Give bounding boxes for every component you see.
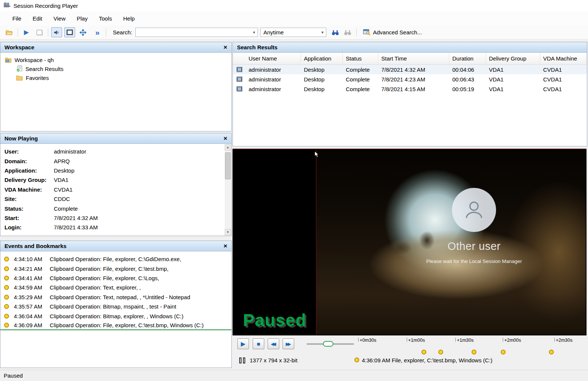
scrollbar-thumb[interactable] bbox=[225, 152, 231, 179]
workspace-panel-header: Workspace × bbox=[0, 42, 231, 53]
open-file-button[interactable] bbox=[4, 27, 15, 37]
sidebar-item-workspace-root[interactable]: Workspace - qh bbox=[0, 55, 231, 64]
table-row[interactable]: administrator Desktop Complete 7/8/2021 … bbox=[233, 74, 587, 84]
search-up-button[interactable] bbox=[342, 27, 353, 37]
workspace-panel-title: Workspace bbox=[4, 44, 34, 50]
time-filter-combobox[interactable]: Anytime ▼ bbox=[260, 28, 326, 37]
event-dot-icon bbox=[4, 323, 9, 328]
cell-vda-machine: CVDA1 bbox=[540, 86, 587, 92]
field-label: VDA Machine: bbox=[4, 186, 54, 193]
event-item[interactable]: 4:34:10 AM Clipboard Operation: File, ex… bbox=[0, 254, 231, 264]
menu-item[interactable]: Help bbox=[118, 13, 141, 24]
play-button[interactable]: ▶ bbox=[21, 27, 32, 37]
menu-item[interactable]: Edit bbox=[27, 13, 48, 24]
slider-handle[interactable] bbox=[323, 341, 333, 347]
timeline-event-dot[interactable] bbox=[438, 350, 443, 354]
timeline-mark: +2m30s bbox=[554, 338, 573, 343]
timeline-event-dot[interactable] bbox=[549, 350, 554, 354]
player-stop-button[interactable]: ■ bbox=[253, 338, 264, 349]
cursor-pointer bbox=[314, 151, 319, 159]
chevron-down-icon[interactable]: ▼ bbox=[251, 28, 258, 37]
audio-toggle-button[interactable] bbox=[51, 27, 62, 37]
event-item[interactable]: 4:35:57 AM Clipboard Operation: Bitmap, … bbox=[0, 302, 231, 311]
menu-item[interactable]: View bbox=[48, 13, 71, 24]
cell-duration: 00:04:06 bbox=[449, 66, 486, 73]
event-item[interactable]: 4:34:59 AM Clipboard Operation: Text, ex… bbox=[0, 283, 231, 292]
cell-application: Desktop bbox=[301, 76, 343, 83]
field-value: APRQ bbox=[54, 158, 231, 164]
column-header[interactable]: Application bbox=[301, 53, 343, 64]
event-dot-icon bbox=[4, 276, 9, 281]
column-header[interactable]: VDA Machine bbox=[540, 53, 587, 64]
timeline-label: +2m30s bbox=[556, 338, 573, 343]
event-text: Clipboard Operation: File, explorer, C:\… bbox=[50, 266, 231, 272]
event-item[interactable]: 4:36:04 AM Clipboard Operation: Bitmap, … bbox=[0, 311, 231, 320]
timeline-event-dot[interactable] bbox=[501, 350, 506, 354]
pan-button[interactable] bbox=[77, 27, 88, 37]
column-header[interactable]: Duration bbox=[449, 53, 486, 64]
workspace-panel: Workspace × Workspace - qh bbox=[0, 42, 232, 131]
other-user-label: Other user bbox=[447, 240, 501, 253]
search-results-panel-title: Search Results bbox=[237, 44, 277, 50]
player-rewind-button[interactable]: ◀◀ bbox=[268, 338, 279, 349]
more-tools-button[interactable]: » bbox=[92, 27, 103, 37]
search-down-button[interactable] bbox=[330, 27, 341, 37]
event-item[interactable]: 4:35:29 AM Clipboard Operation: Text, no… bbox=[0, 292, 231, 302]
cell-start-time: 7/8/2021 4:32 AM bbox=[378, 66, 449, 73]
sidebar-item-favorites[interactable]: Favorites bbox=[0, 73, 231, 82]
border-frame-icon bbox=[67, 30, 73, 35]
scroll-up-button[interactable]: ▲ bbox=[225, 144, 231, 151]
advanced-search-button[interactable]: Advanced Search... bbox=[360, 27, 425, 37]
tick-icon bbox=[503, 338, 503, 342]
player-fast-forward-button[interactable]: ▶▶ bbox=[283, 338, 294, 349]
close-icon[interactable]: × bbox=[224, 44, 227, 50]
table-row[interactable]: administrator Desktop Complete 7/8/2021 … bbox=[233, 65, 587, 74]
cell-delivery-group: VDA1 bbox=[486, 86, 540, 92]
event-item[interactable]: 4:36:09 AM Clipboard Operation: File, ex… bbox=[0, 321, 231, 330]
close-icon[interactable]: × bbox=[224, 135, 227, 142]
field-label: Site: bbox=[4, 196, 54, 202]
event-dot-icon bbox=[4, 304, 9, 309]
current-event-text: 4:36:09 AM File, explorer, C:\test.bmp, … bbox=[362, 357, 492, 363]
player-play-button[interactable]: ▶ bbox=[237, 338, 249, 349]
search-combobox[interactable]: ▼ bbox=[135, 28, 258, 37]
now-playing-field: VDA Machine: CVDA1 bbox=[0, 185, 231, 194]
close-icon[interactable]: × bbox=[224, 243, 227, 249]
frame-toggle-button[interactable] bbox=[64, 27, 75, 37]
cell-application: Desktop bbox=[301, 86, 343, 92]
timeline-event-dot[interactable] bbox=[422, 350, 427, 354]
cell-status: Complete bbox=[343, 66, 378, 73]
column-header[interactable]: Start Time bbox=[378, 53, 449, 64]
timeline[interactable]: +0m30s +1m00s +1m30s +2m00s bbox=[355, 337, 586, 356]
avatar bbox=[452, 188, 496, 232]
field-label: Status: bbox=[4, 205, 54, 212]
snapshot-button[interactable] bbox=[34, 27, 45, 37]
event-item[interactable]: 4:34:41 AM Clipboard Operation: File, ex… bbox=[0, 273, 231, 283]
cell-status: Complete bbox=[343, 86, 378, 92]
table-row[interactable]: administrator Desktop Complete 7/8/2021 … bbox=[233, 84, 587, 94]
sidebar-item-search-results[interactable]: Search Results bbox=[0, 64, 231, 73]
menu-item[interactable]: File bbox=[7, 13, 27, 24]
event-time: 4:35:57 AM bbox=[14, 303, 50, 310]
scrollbar[interactable]: ▲ ▼ bbox=[225, 144, 231, 235]
status-text: Paused bbox=[4, 372, 23, 379]
menu-item[interactable]: Tools bbox=[93, 13, 117, 24]
advanced-search-icon bbox=[363, 29, 370, 35]
menu-item[interactable]: Play bbox=[71, 13, 93, 24]
column-header[interactable]: Delivery Group bbox=[486, 53, 540, 64]
timeline-event-dot[interactable] bbox=[472, 350, 477, 354]
timeline-label: +1m30s bbox=[457, 338, 474, 343]
chevron-down-icon[interactable]: ▼ bbox=[319, 28, 326, 37]
event-text: Clipboard Operation: Bitmap, mspaint, , … bbox=[50, 303, 231, 310]
event-text: Clipboard Operation: File, explorer, C:\… bbox=[50, 256, 231, 262]
event-time: 4:36:04 AM bbox=[14, 313, 50, 319]
speed-slider[interactable] bbox=[307, 343, 354, 345]
time-filter-value: Anytime bbox=[261, 29, 319, 35]
column-header[interactable]: User Name bbox=[246, 53, 301, 64]
column-header[interactable]: Status bbox=[343, 53, 378, 64]
search-input[interactable] bbox=[136, 28, 251, 37]
event-text: Clipboard Operation: Text, explorer, , bbox=[50, 284, 231, 291]
scroll-down-button[interactable]: ▼ bbox=[225, 229, 231, 235]
event-time: 4:36:09 AM bbox=[14, 322, 50, 328]
event-item[interactable]: 4:34:21 AM Clipboard Operation: File, ex… bbox=[0, 264, 231, 273]
